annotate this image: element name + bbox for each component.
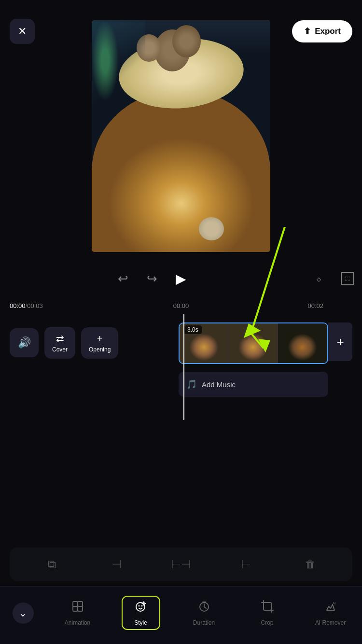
opening-label: Opening <box>89 346 111 353</box>
cover-label: Cover <box>52 346 68 353</box>
svg-rect-5 <box>78 602 83 606</box>
svg-rect-4 <box>73 602 78 606</box>
delete-icon: 🗑 <box>305 558 316 571</box>
add-music-label: Add Music <box>202 380 236 389</box>
duplicate-tool-button[interactable]: ⧉ <box>41 554 62 575</box>
video-strip[interactable]: 3.0s <box>179 322 328 364</box>
duration-icon <box>197 600 211 616</box>
keyframe-icon: ⬦ <box>316 272 322 285</box>
redo-button[interactable]: ↪ <box>138 264 167 293</box>
style-icon <box>134 600 148 616</box>
nav-item-ai-remover[interactable]: AI AI Remover <box>311 600 350 626</box>
audio-button[interactable]: 🔊 <box>10 328 39 357</box>
strip-frame-2 <box>229 323 278 363</box>
strip-frame-3 <box>278 323 327 363</box>
duration-badge: 3.0s <box>183 325 202 334</box>
current-time: 00:00 <box>10 302 26 309</box>
split-center-tool-button[interactable]: ⊢⊣ <box>170 554 192 575</box>
svg-line-13 <box>204 607 206 608</box>
svg-rect-7 <box>78 606 83 611</box>
undo-icon: ↩ <box>118 271 128 286</box>
split-left-tool-button[interactable]: ⊣ <box>106 554 127 575</box>
ai-remover-label: AI Remover <box>315 619 346 626</box>
nav-item-style[interactable]: Style <box>122 596 160 630</box>
svg-rect-15 <box>264 602 271 610</box>
right-timestamp: 00:02 <box>307 302 323 309</box>
timeline-area: 🔊 ⇄ Cover + Opening 3.0s + 🎵 Add Music <box>0 314 362 420</box>
nav-item-duration[interactable]: Duration <box>185 600 223 626</box>
play-button[interactable]: ▶ <box>167 264 195 293</box>
audio-icon: 🔊 <box>18 336 31 349</box>
add-clip-button[interactable]: + <box>328 322 352 361</box>
undo-button[interactable]: ↩ <box>109 264 138 293</box>
opening-icon: + <box>97 333 103 344</box>
crop-icon <box>261 600 274 616</box>
close-button[interactable]: ✕ <box>10 19 35 44</box>
mid-timestamp: 00:00 <box>173 302 189 309</box>
keyframe-button[interactable]: ⬦ <box>304 264 333 293</box>
export-button[interactable]: ⬆ Export <box>292 20 352 42</box>
split-center-icon: ⊢⊣ <box>171 558 191 571</box>
duplicate-icon: ⧉ <box>48 558 56 571</box>
add-music-button[interactable]: 🎵 Add Music <box>179 372 328 397</box>
play-icon: ▶ <box>176 271 186 287</box>
animation-label: Animation <box>65 619 90 626</box>
add-clip-icon: + <box>336 335 344 350</box>
total-time: 00:03 <box>27 302 43 309</box>
split-right-icon: ⊢ <box>241 558 251 571</box>
playback-controls: ↩ ↪ ▶ ⬦ ⛶ <box>0 262 362 295</box>
timestamp-bar: 00:00 / 00:03 00:00 00:02 <box>0 298 362 313</box>
svg-point-9 <box>138 605 139 607</box>
crop-label: Crop <box>261 619 273 626</box>
close-icon: ✕ <box>18 25 27 38</box>
opening-button[interactable]: + Opening <box>81 327 118 359</box>
svg-rect-6 <box>73 606 78 611</box>
export-icon: ⬆ <box>304 26 311 37</box>
nav-item-crop[interactable]: Crop <box>248 600 287 626</box>
split-left-icon: ⊣ <box>111 558 122 571</box>
duration-label: Duration <box>193 619 215 626</box>
cover-icon: ⇄ <box>56 333 64 344</box>
svg-text:AI: AI <box>333 602 336 605</box>
delete-tool-button[interactable]: 🗑 <box>300 554 321 575</box>
fullscreen-icon: ⛶ <box>341 272 354 285</box>
collapse-button[interactable]: ⌄ <box>13 602 34 624</box>
export-label: Export <box>315 27 341 36</box>
fullscreen-button[interactable]: ⛶ <box>333 264 362 293</box>
animation-icon <box>71 600 84 616</box>
split-right-tool-button[interactable]: ⊢ <box>235 554 256 575</box>
playhead <box>183 314 184 420</box>
ai-remover-icon: AI <box>324 600 337 616</box>
editing-tools-bar: ⧉ ⊣ ⊢⊣ ⊢ 🗑 <box>10 547 352 581</box>
preview-image <box>92 20 270 252</box>
style-label: Style <box>134 619 147 626</box>
music-icon: 🎵 <box>186 379 197 390</box>
cover-button[interactable]: ⇄ Cover <box>44 327 75 359</box>
collapse-icon: ⌄ <box>19 607 27 619</box>
nav-item-animation[interactable]: Animation <box>58 600 97 626</box>
redo-icon: ↪ <box>147 271 157 286</box>
bottom-navigation: ⌄ Animation Style <box>0 586 362 644</box>
svg-point-10 <box>141 605 142 607</box>
video-preview <box>92 20 270 252</box>
